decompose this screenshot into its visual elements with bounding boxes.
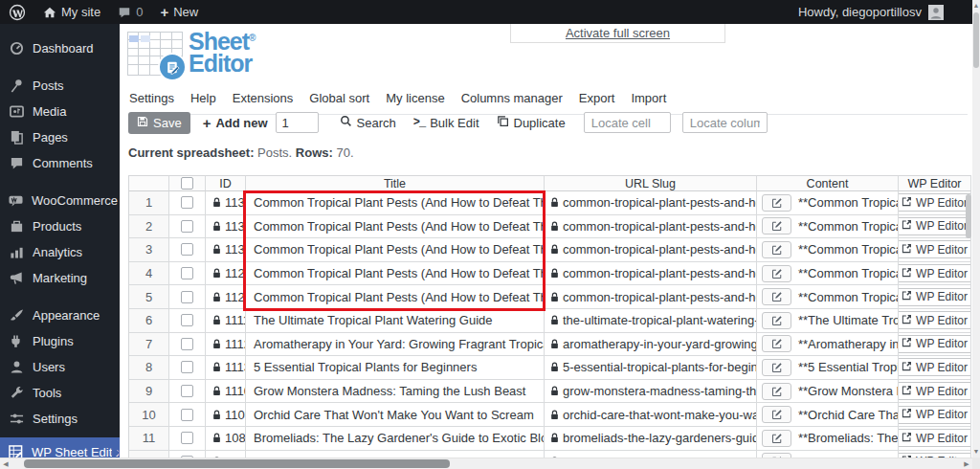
table-scrollbar-thumb[interactable]: [966, 194, 971, 238]
row-number-cell[interactable]: 10: [129, 403, 169, 427]
wp-editor-button[interactable]: WP Editor: [899, 358, 971, 376]
title-cell[interactable]: Common Tropical Plant Pests (And How to …: [246, 191, 545, 215]
wordpress-logo-menu[interactable]: [0, 0, 34, 24]
tab-global-sort[interactable]: Global sort: [309, 91, 369, 105]
url-slug-cell[interactable]: common-tropical-plant-pests-and-how-to..…: [545, 238, 757, 262]
sidebar-item-analytics[interactable]: Analytics: [0, 239, 120, 265]
title-cell[interactable]: Common Tropical Plant Pests (And How to …: [246, 238, 545, 262]
add-new-button[interactable]: + Add new: [203, 115, 268, 131]
row-number-cell[interactable]: 3: [129, 238, 169, 262]
sidebar-item-users[interactable]: Users: [0, 354, 120, 380]
my-site-menu[interactable]: My site: [34, 0, 109, 24]
wp-editor-button[interactable]: WP Editor: [899, 288, 971, 306]
url-slug-cell[interactable]: orchid-care-that-wont-make-you-want-to-.…: [545, 403, 757, 427]
scroll-right-arrow[interactable]: ▶: [961, 458, 972, 469]
tab-export[interactable]: Export: [579, 91, 615, 105]
corner-header-cell[interactable]: [129, 175, 169, 191]
avatar[interactable]: [928, 5, 944, 20]
tab-help[interactable]: Help: [190, 91, 216, 105]
sidebar-item-media[interactable]: Media: [0, 99, 120, 124]
scroll-up-arrow[interactable]: ▲: [972, 1, 980, 11]
row-number-cell[interactable]: 7: [129, 333, 169, 357]
vertical-scrollbar-thumb[interactable]: [973, 12, 979, 68]
title-cell[interactable]: Common Tropical Plant Pests (And How to …: [246, 215, 545, 239]
row-number-cell[interactable]: 5: [129, 285, 169, 309]
title-cell[interactable]: Orchid Care That Won't Make You Want to …: [246, 403, 545, 427]
column-header-id[interactable]: ID: [206, 175, 246, 191]
sidebar-item-woocommerce[interactable]: WooCommerce: [0, 188, 120, 213]
duplicate-button[interactable]: Duplicate: [497, 115, 566, 130]
wp-editor-button[interactable]: WP Editor: [899, 429, 971, 447]
row-checkbox[interactable]: [181, 267, 193, 279]
horizontal-scrollbar-thumb[interactable]: [24, 459, 450, 468]
row-number-cell[interactable]: 1: [129, 191, 169, 215]
row-checkbox[interactable]: [181, 291, 193, 303]
row-number-cell[interactable]: 2: [129, 215, 169, 239]
wp-editor-button[interactable]: WP Editor: [899, 193, 971, 212]
edit-content-button[interactable]: [762, 288, 791, 305]
sidebar-item-posts[interactable]: Posts: [0, 73, 120, 99]
url-slug-cell[interactable]: grow-monstera-madness-taming-the-lush...: [545, 380, 757, 404]
wp-editor-button[interactable]: WP Editor: [899, 406, 971, 424]
search-button[interactable]: Search: [340, 115, 396, 130]
row-number-cell[interactable]: 6: [129, 309, 169, 333]
sidebar-item-comments[interactable]: Comments: [0, 150, 120, 176]
sidebar-item-tools[interactable]: Tools: [0, 380, 120, 406]
edit-content-button[interactable]: [762, 383, 791, 400]
tab-import[interactable]: Import: [631, 91, 666, 105]
wp-editor-button[interactable]: WP Editor: [899, 311, 971, 329]
sidebar-item-appearance[interactable]: Appearance: [0, 302, 120, 328]
new-menu[interactable]: + New: [151, 0, 207, 24]
url-slug-cell[interactable]: common-tropical-plant-pests-and-how-to..…: [545, 215, 757, 239]
row-checkbox[interactable]: [181, 432, 193, 444]
edit-content-button[interactable]: [762, 430, 791, 447]
edit-content-button[interactable]: [762, 406, 791, 423]
howdy-text[interactable]: Howdy, diegoportillosv: [798, 5, 922, 19]
sidebar-item-settings[interactable]: Settings: [0, 406, 120, 432]
sidebar-item-marketing[interactable]: Marketing: [0, 265, 120, 291]
row-checkbox[interactable]: [181, 409, 193, 421]
edit-content-button[interactable]: [762, 335, 791, 352]
tab-extensions[interactable]: Extensions: [233, 91, 294, 105]
url-slug-cell[interactable]: bromeliads-the-lazy-gardeners-guide-to-e…: [545, 427, 757, 451]
row-checkbox[interactable]: [181, 196, 193, 209]
bulk-edit-button[interactable]: >_ Bulk Edit: [413, 116, 479, 130]
row-checkbox[interactable]: [181, 385, 193, 397]
title-cell[interactable]: Common Tropical Plant Pests (And How to …: [246, 285, 545, 309]
tab-my-license[interactable]: My license: [386, 91, 444, 105]
wp-editor-button[interactable]: WP Editor: [899, 217, 971, 235]
url-slug-cell[interactable]: 5-essential-tropical-plants-for-beginner…: [545, 356, 757, 380]
edit-content-button[interactable]: [762, 265, 791, 282]
select-all-checkbox[interactable]: [181, 177, 193, 190]
add-new-count-input[interactable]: [276, 112, 319, 133]
row-number-cell[interactable]: 8: [129, 356, 169, 380]
wp-editor-button[interactable]: WP Editor: [899, 240, 971, 258]
tab-settings[interactable]: Settings: [129, 91, 174, 105]
sidebar-item-dashboard[interactable]: Dashboard: [0, 35, 120, 61]
title-cell[interactable]: The Ultimate Tropical Plant Watering Gui…: [246, 309, 545, 333]
column-header-wp-editor[interactable]: WP Editor: [899, 175, 971, 191]
sidebar-item-plugins[interactable]: Plugins: [0, 328, 120, 354]
edit-content-button[interactable]: [762, 312, 791, 329]
title-cell[interactable]: 5 Essential Tropical Plants for Beginner…: [246, 356, 545, 380]
edit-content-button[interactable]: [762, 217, 791, 234]
url-slug-cell[interactable]: common-tropical-plant-pests-and-how-to..…: [545, 262, 757, 286]
wp-editor-button[interactable]: WP Editor: [899, 264, 971, 282]
url-slug-cell[interactable]: aromatherapy-in-your-yard-growing-fragr.…: [545, 333, 757, 357]
row-number-cell[interactable]: 4: [129, 262, 169, 286]
row-checkbox[interactable]: [181, 314, 193, 326]
wp-editor-button[interactable]: WP Editor: [899, 382, 971, 400]
row-checkbox[interactable]: [181, 243, 193, 256]
url-slug-cell[interactable]: the-ultimate-tropical-plant-watering-gui…: [545, 309, 757, 333]
sidebar-item-products[interactable]: Products: [0, 213, 120, 239]
row-checkbox[interactable]: [181, 220, 193, 233]
title-cell[interactable]: Aromatherapy in Your Yard: Growing Fragr…: [246, 333, 545, 357]
row-number-cell[interactable]: 9: [129, 380, 169, 404]
tab-columns-manager[interactable]: Columns manager: [461, 91, 563, 105]
comments-menu[interactable]: 0: [109, 0, 151, 24]
url-slug-cell[interactable]: common-tropical-plant-pests-and-how-to..…: [545, 191, 757, 215]
title-cell[interactable]: Bromeliads: The Lazy Gardener's Guide to…: [246, 427, 545, 451]
edit-content-button[interactable]: [762, 194, 791, 212]
edit-content-button[interactable]: [762, 359, 791, 376]
row-checkbox[interactable]: [181, 361, 193, 373]
